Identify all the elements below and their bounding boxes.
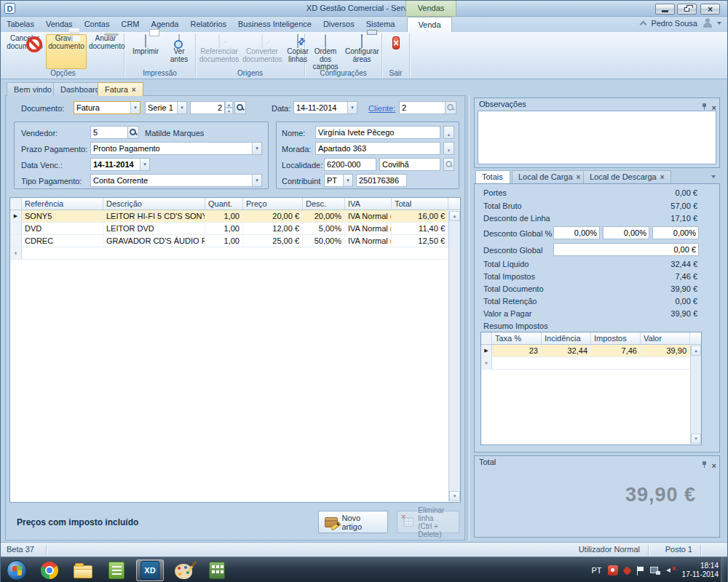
taskbar-item-paint[interactable] [170, 559, 197, 581]
language-indicator[interactable]: PT [592, 566, 602, 575]
chevron-down-icon[interactable] [252, 143, 261, 154]
document-date-combo[interactable]: 14-11-2014 [293, 101, 357, 114]
localidade-search-button[interactable] [443, 158, 454, 171]
chevron-up-icon[interactable] [640, 21, 647, 28]
ribbon-tab-diversos[interactable]: Diversos [317, 17, 360, 31]
document-search-button[interactable] [234, 101, 246, 114]
scroll-down-icon[interactable] [691, 434, 701, 444]
preview-button[interactable]: Ver antes [165, 34, 193, 69]
col-header-impostos[interactable]: Impostos [591, 332, 641, 344]
chevron-down-icon[interactable] [252, 175, 261, 186]
user-area[interactable]: Pedro Sousa [641, 18, 721, 28]
col-header-preco[interactable]: Preço [243, 198, 303, 210]
ribbon-tab-crm[interactable]: CRM [115, 17, 145, 31]
tab-local-de-descarga[interactable]: Local de Descarga [583, 170, 671, 183]
taskbar-item-xd[interactable]: XD [136, 559, 164, 581]
table-row[interactable]: 23 32,44 7,46 39,90 [481, 345, 690, 357]
exit-button[interactable] [386, 34, 406, 69]
client-number-input[interactable] [399, 101, 446, 114]
pin-icon[interactable] [701, 103, 708, 111]
col-header-desc[interactable]: Desc. [303, 198, 345, 210]
field-order-button[interactable]: Ordem dos campos [308, 34, 343, 69]
col-header-iva[interactable]: IVA [345, 198, 392, 210]
tipo-pagamento-combo[interactable]: Conta Corrente [90, 174, 262, 187]
vendedor-search-button[interactable] [127, 126, 139, 139]
notification-icon[interactable] [608, 565, 618, 575]
ribbon-tab-business-inteligence[interactable]: Business Inteligence [232, 17, 317, 31]
contextual-tab-group-vendas[interactable]: Vendas [405, 1, 456, 17]
network-icon[interactable] [650, 566, 660, 575]
observacoes-textarea[interactable] [478, 111, 716, 164]
client-link[interactable]: Cliente: [368, 104, 395, 113]
chevron-down-icon[interactable] [717, 22, 721, 25]
close-button[interactable] [700, 4, 720, 15]
scroll-up-button[interactable] [443, 126, 454, 139]
tab-totais[interactable]: Totais [475, 170, 510, 183]
close-icon[interactable] [712, 458, 716, 471]
new-row[interactable] [10, 247, 448, 260]
desconto-global-input[interactable] [553, 243, 699, 256]
tab-close-icon[interactable] [128, 85, 136, 94]
show-desktop-button[interactable] [721, 557, 727, 582]
scroll-down-button[interactable] [443, 142, 454, 155]
ribbon-tab-tabelas[interactable]: Tabelas [1, 17, 40, 31]
taskbar-item-pos[interactable] [203, 559, 231, 581]
volume-muted-icon[interactable] [666, 566, 676, 575]
document-number-input[interactable] [190, 101, 225, 114]
vendedor-input[interactable] [90, 126, 128, 139]
chevron-down-icon[interactable] [347, 102, 357, 113]
col-header-valor[interactable]: Valor [641, 332, 690, 344]
chevron-down-icon[interactable] [130, 102, 140, 113]
col-header-taxa[interactable]: Taxa % [492, 332, 542, 344]
col-header-incidencia[interactable]: Incidência [542, 332, 591, 344]
col-header-descricao[interactable]: Descrição [103, 198, 205, 210]
alert-icon[interactable] [622, 566, 632, 575]
prazo-pagamento-combo[interactable]: Pronto Pagamento [90, 142, 262, 155]
col-header-referencia[interactable]: Referência [22, 198, 103, 210]
desconto-pct-input-3[interactable] [652, 226, 699, 239]
document-series-combo[interactable]: Serie 1 [145, 101, 187, 114]
tab-overflow-icon[interactable] [711, 175, 716, 178]
tab-close-icon[interactable] [573, 172, 581, 181]
vertical-splitter[interactable] [467, 95, 470, 541]
col-header-total[interactable]: Total [392, 198, 448, 210]
scroll-up-icon[interactable] [691, 346, 701, 356]
nome-input[interactable] [315, 126, 440, 139]
country-combo[interactable]: PT [324, 174, 353, 187]
client-search-button[interactable] [445, 101, 456, 114]
clock[interactable]: 18:14 17-11-2014 [682, 562, 719, 579]
cidade-input[interactable] [379, 158, 440, 171]
taskbar-item-explorer[interactable] [69, 559, 97, 581]
desconto-pct-input-2[interactable] [603, 226, 649, 239]
tab-local-de-carga[interactable]: Local de Carga [512, 170, 587, 183]
scroll-down-icon[interactable] [449, 491, 460, 501]
tax-grid-scrollbar[interactable] [690, 346, 701, 444]
taskbar-item-spreadsheet[interactable] [103, 559, 130, 581]
document-type-combo[interactable]: Fatura [74, 101, 141, 114]
morada-input[interactable] [315, 142, 440, 155]
restore-button[interactable] [677, 4, 697, 15]
codigo-postal-input[interactable] [324, 158, 376, 171]
tab-fatura[interactable]: Fatura [98, 82, 143, 96]
table-row[interactable]: DVD LEITOR DVD 1,00 12,00 € 5,00% IVA No… [10, 223, 448, 235]
chevron-down-icon[interactable] [177, 102, 186, 113]
start-button[interactable] [4, 559, 29, 581]
print-button[interactable]: Imprimir [127, 34, 164, 69]
col-header-quant[interactable]: Quant. [205, 198, 243, 210]
action-center-flag-icon[interactable] [636, 566, 644, 575]
chevron-down-icon[interactable] [140, 159, 149, 170]
ribbon-tab-contas[interactable]: Contas [79, 17, 116, 31]
pin-icon[interactable] [701, 461, 708, 469]
taskbar-item-chrome[interactable] [36, 559, 63, 581]
minimize-button[interactable] [655, 4, 675, 15]
new-article-button[interactable]: Novo artigo [318, 511, 388, 533]
desconto-pct-input-1[interactable] [553, 226, 600, 239]
nif-input[interactable] [356, 174, 407, 187]
ribbon-tab-relatorios[interactable]: Relatórios [184, 17, 232, 31]
configure-areas-button[interactable]: Configurar áreas [344, 34, 379, 69]
save-document-button[interactable]: Gravar documento [46, 34, 87, 69]
table-row[interactable]: CDREC GRAVADOR CD'S ÁUDIO PHI... 1,00 25… [10, 235, 448, 247]
new-row[interactable] [481, 357, 690, 370]
data-venc-combo[interactable]: 14-11-2014 [90, 158, 150, 171]
cancel-document-button[interactable]: Cancelar documento [5, 34, 44, 69]
